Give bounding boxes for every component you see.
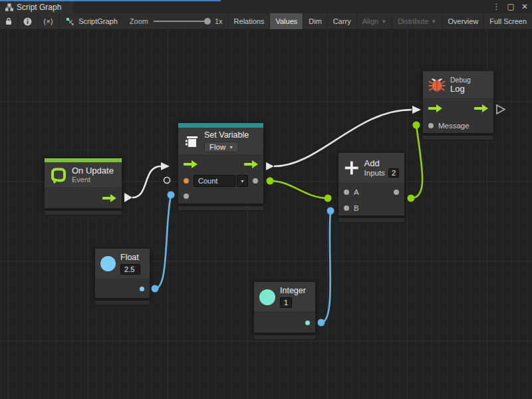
value-input-port[interactable] <box>184 194 189 199</box>
node-debug-log[interactable]: Debug Log <box>422 70 494 140</box>
node-integer[interactable]: Integer 1 <box>253 281 316 340</box>
chevron-down-icon: ▼ <box>381 19 386 25</box>
variable-name-input-port[interactable] <box>184 178 189 184</box>
dim-button[interactable]: Dim <box>303 13 328 29</box>
unconnected-port-ring <box>164 178 170 184</box>
node-title: Log <box>450 84 471 94</box>
flow-wire-onupdate-setvariable[interactable] <box>132 166 161 198</box>
flow-wire-arrowhead <box>161 162 170 170</box>
tab-script-graph[interactable]: Script Graph <box>0 1 73 13</box>
lock-button[interactable] <box>0 13 18 29</box>
script-graph-icon <box>66 17 74 26</box>
inputs-label: Inputs <box>364 169 385 178</box>
zoom-slider-handle[interactable] <box>204 18 211 25</box>
unconnected-flow-triangle <box>497 105 505 114</box>
node-title: Integer <box>280 286 306 296</box>
node-float[interactable]: Float 2.5 <box>94 248 150 305</box>
graph-toolbar: ⟨×⟩ ScriptGraph Zoom 1x Relations Values… <box>0 13 532 30</box>
wire-endpoint <box>413 122 420 129</box>
wire-endpoint <box>318 319 325 327</box>
fullscreen-button[interactable]: Full Screen <box>484 13 532 29</box>
node-title: Add <box>364 158 399 168</box>
carry-button[interactable]: Carry <box>328 13 357 29</box>
port-b-label: B <box>354 204 359 212</box>
input-port-b[interactable] <box>344 205 349 211</box>
info-icon <box>23 17 32 26</box>
plus-icon <box>344 160 360 176</box>
wire-endpoint <box>168 192 175 199</box>
variable-name-dropdown[interactable]: Count ▼ <box>194 175 248 187</box>
node-on-update[interactable]: On Update Event <box>44 158 122 215</box>
node-footer <box>422 135 494 140</box>
wire-endpoint <box>152 285 159 293</box>
wire-endpoint <box>267 178 274 185</box>
float-output-port[interactable] <box>140 287 144 291</box>
input-port-a[interactable] <box>344 190 349 195</box>
node-title: Set Variable <box>204 130 249 140</box>
node-footer <box>94 300 150 305</box>
node-subtitle: Event <box>72 176 114 184</box>
distribute-button[interactable]: Distribute ▼ <box>392 13 442 29</box>
zoom-value: 1x <box>215 17 223 25</box>
values-button[interactable]: Values <box>270 13 303 29</box>
relations-button[interactable]: Relations <box>228 13 271 29</box>
variable-kind-dropdown[interactable]: Flow ▼ <box>204 142 239 152</box>
node-title: Float <box>120 253 140 263</box>
port-a-label: A <box>354 188 359 196</box>
node-add[interactable]: Add Inputs 2 A <box>338 152 405 223</box>
integer-output-port[interactable] <box>305 321 310 325</box>
flow-wire-arrowhead <box>266 162 274 170</box>
value-wire-integer-add-b[interactable] <box>321 211 331 323</box>
wire-endpoint <box>327 207 334 215</box>
inputs-count-field[interactable]: 2 <box>388 168 399 178</box>
chevron-down-icon: ▼ <box>229 145 233 150</box>
align-button[interactable]: Align ▼ <box>357 13 392 29</box>
flow-output-port[interactable] <box>474 104 488 112</box>
node-set-variable[interactable]: Set Variable Flow ▼ <box>178 122 264 211</box>
zoom-slider[interactable] <box>154 21 209 22</box>
value-wire-add-debugmessage[interactable] <box>411 125 422 198</box>
node-footer <box>44 210 122 215</box>
sum-output-port[interactable] <box>394 190 399 195</box>
message-input-port[interactable] <box>428 123 434 128</box>
graph-name-crumb[interactable]: ScriptGraph <box>59 13 124 29</box>
tab-bar: Script Graph ⋮ ▢ ✕ <box>0 0 532 13</box>
graph-canvas[interactable]: On Update Event <box>0 30 532 399</box>
zoom-label: Zoom <box>130 17 148 25</box>
value-output-port[interactable] <box>253 178 258 184</box>
wire-endpoint <box>325 195 332 202</box>
tab-title: Script Graph <box>17 3 61 12</box>
flow-wire-arrowhead <box>412 106 421 114</box>
chevron-down-icon: ▼ <box>237 175 248 187</box>
float-value-field[interactable]: 2.5 <box>120 264 140 275</box>
graph-name-label: ScriptGraph <box>78 17 118 25</box>
code-view-button[interactable]: ⟨×⟩ <box>38 13 59 29</box>
integer-value-field[interactable]: 1 <box>280 297 292 308</box>
integer-type-icon <box>259 289 275 305</box>
script-graph-window: Script Graph ⋮ ▢ ✕ ⟨×⟩ <box>0 0 532 399</box>
value-wire-setvariable-add-a[interactable] <box>270 181 328 198</box>
graph-tree-icon <box>5 3 13 11</box>
message-port-label: Message <box>438 122 469 130</box>
code-icon: ⟨×⟩ <box>43 17 53 26</box>
info-button[interactable] <box>18 13 38 29</box>
window-menu-icon[interactable]: ⋮ <box>493 2 501 11</box>
variable-icon <box>184 134 200 150</box>
value-wire-float-setvariable[interactable] <box>155 195 171 289</box>
node-footer <box>253 334 316 340</box>
chevron-down-icon: ▼ <box>432 19 437 25</box>
flow-output-port[interactable] <box>244 160 258 168</box>
maximize-icon[interactable]: ▢ <box>507 2 515 11</box>
node-footer <box>338 217 405 223</box>
variable-accent-bar <box>178 123 263 128</box>
node-footer <box>178 205 264 211</box>
close-icon[interactable]: ✕ <box>521 2 528 11</box>
overview-button[interactable]: Overview <box>443 13 485 29</box>
flow-output-port[interactable] <box>102 194 116 202</box>
event-loop-icon <box>50 166 67 184</box>
flow-input-port[interactable] <box>184 160 198 168</box>
bug-icon <box>428 77 446 93</box>
node-title: On Update <box>72 166 114 176</box>
flow-input-port[interactable] <box>428 104 442 112</box>
node-category: Debug <box>450 76 471 84</box>
